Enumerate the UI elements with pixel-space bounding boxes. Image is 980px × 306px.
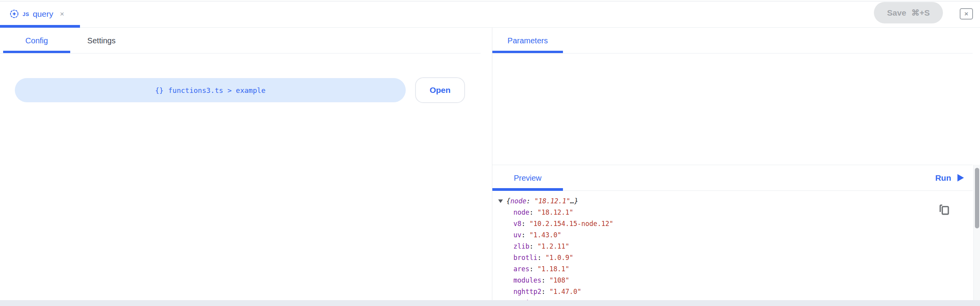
function-reference-text: functions3.ts > example [168, 86, 265, 94]
tab-parameters[interactable]: Parameters [492, 28, 563, 53]
function-reference-pill[interactable]: {} functions3.ts > example [15, 78, 406, 102]
json-colon: : [521, 231, 529, 239]
summary-key: node [510, 196, 526, 207]
tab-parameters-label: Parameters [508, 36, 548, 45]
json-colon: : [521, 220, 529, 228]
json-colon: : [541, 288, 549, 295]
preview-header-row: Preview Run [492, 165, 973, 191]
summary-brace-open: { [506, 196, 510, 207]
top-bar: JS query × Save ⌘+S × [0, 0, 980, 28]
json-colon: : [541, 276, 549, 284]
tab-config-label: Config [25, 36, 48, 45]
tab-config[interactable]: Config [3, 28, 70, 53]
summary-value: "18.12.1" [534, 196, 570, 207]
save-button[interactable]: Save ⌘+S [874, 2, 943, 23]
window-top-border [0, 1, 980, 2]
json-entry: zlib: "1.2.11" [498, 241, 973, 252]
json-key: v8 [513, 220, 521, 228]
active-tab-underline [0, 25, 80, 28]
open-button-label: Open [430, 85, 451, 95]
js-runtime-badge: JS [23, 11, 29, 17]
json-value: "18.12.1" [537, 208, 573, 216]
json-entry: v8: "10.2.154.15-node.12" [498, 218, 973, 230]
json-key: zlib [513, 242, 529, 250]
run-button-label: Run [935, 173, 951, 183]
json-key: brotli [513, 254, 537, 262]
summary-ellipsis: … [570, 196, 574, 207]
json-key: node [513, 208, 529, 216]
summary-brace-close: } [574, 196, 578, 207]
json-key: modules [513, 276, 541, 284]
json-colon: : [529, 242, 537, 250]
json-key: ares [513, 265, 529, 273]
copy-result-button[interactable] [937, 202, 951, 217]
json-value: "1.0.9" [545, 254, 573, 262]
disclosure-triangle-icon[interactable] [498, 199, 503, 203]
function-runner-icon [9, 9, 19, 19]
run-button[interactable]: Run [935, 165, 964, 190]
json-summary-line: {node: "18.12.1"…} [498, 196, 973, 207]
json-colon: : [529, 208, 537, 216]
tab-settings[interactable]: Settings [70, 28, 133, 53]
preview-result-output: {node: "18.12.1"…} node: "18.12.1" v8: "… [492, 191, 973, 301]
json-entry: nghttp2: "1.47.0" [498, 286, 973, 297]
tab-title: query [33, 9, 53, 19]
parameters-row-border [492, 53, 973, 53]
vertical-scrollbar[interactable] [973, 165, 980, 301]
json-entry: uv: "1.43.0" [498, 230, 973, 241]
close-panel-icon[interactable]: × [960, 8, 973, 20]
json-value: "1.47.0" [549, 288, 581, 295]
json-value: "10.2.154.15-node.12" [529, 220, 613, 228]
json-entry: node: "18.12.1" [498, 207, 973, 218]
copy-icon [937, 202, 951, 216]
tab-close-icon[interactable]: × [60, 10, 64, 18]
play-icon [957, 174, 964, 181]
json-entry: modules: "108" [498, 275, 973, 286]
function-runner-window: JS query × Save ⌘+S × Config Settings {} [0, 0, 980, 306]
tab-preview-label: Preview [514, 174, 541, 183]
json-entry: brotli: "1.0.9" [498, 252, 973, 263]
json-value: "1.43.0" [529, 231, 561, 239]
bottom-edge-bar [0, 300, 980, 306]
open-button[interactable]: Open [415, 77, 465, 103]
json-value: "108" [549, 276, 569, 284]
config-panel: Config Settings {} functions3.ts > examp… [0, 28, 492, 301]
save-shortcut: ⌘+S [911, 8, 930, 18]
tab-query[interactable]: JS query × [5, 0, 68, 28]
preview-tab-underline [492, 188, 563, 191]
close-glyph: × [964, 11, 968, 17]
tab-preview[interactable]: Preview [492, 165, 563, 191]
scrollbar-thumb[interactable] [975, 168, 979, 228]
json-colon: : [537, 254, 545, 262]
tab-settings-label: Settings [87, 36, 115, 45]
save-button-label: Save [887, 8, 906, 18]
parameters-preview-panel: Parameters Preview Run {node: "18.12.1 [492, 28, 980, 301]
left-tab-row-border [0, 53, 481, 53]
parameters-tab-row: Parameters [492, 28, 980, 53]
json-value: "1.2.11" [537, 242, 569, 250]
left-tab-row: Config Settings [0, 28, 492, 53]
summary-colon: : [526, 196, 534, 207]
braces-icon: {} [155, 86, 164, 94]
json-key: nghttp2 [513, 288, 541, 295]
json-entry: ares: "1.18.1" [498, 263, 973, 275]
json-colon: : [529, 265, 537, 273]
json-key: uv [513, 231, 521, 239]
json-value: "1.18.1" [537, 265, 569, 273]
